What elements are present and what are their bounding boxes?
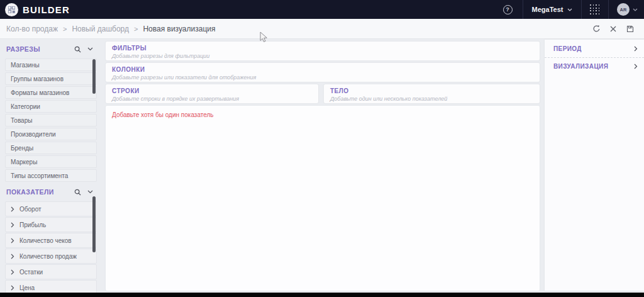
app-header: BUILDER ? MegaTest	[0, 0, 644, 19]
search-icon[interactable]	[74, 189, 81, 196]
body-zone-title: ТЕЛО	[330, 87, 533, 94]
period-settings-row[interactable]: ПЕРИОД	[545, 40, 644, 57]
body-zone-hint: Добавьте один или несколько показателей	[330, 96, 533, 102]
save-icon	[626, 25, 634, 33]
chevron-right-icon	[634, 64, 638, 69]
workspace-name: MegaTest	[532, 6, 564, 13]
dimension-item-store-formats[interactable]: Форматы магазинов	[5, 86, 97, 99]
fields-sidebar: РАЗРЕЗЫ Магазины Группы магазинов Формат…	[0, 39, 101, 293]
dimension-label: Маркеры	[11, 159, 37, 165]
measure-item-sales-count[interactable]: Количество продаж	[5, 249, 97, 264]
close-icon	[610, 26, 616, 32]
chevron-right-icon[interactable]	[11, 206, 14, 212]
breadcrumb-item-current: Новая визуализация	[143, 25, 215, 33]
rows-zone-title: СТРОКИ	[112, 87, 312, 94]
chevron-right-icon[interactable]	[11, 238, 14, 244]
dimensions-section-header: РАЗРЕЗЫ	[0, 45, 101, 53]
dimension-label: Магазины	[11, 62, 40, 69]
builder-app: BUILDER ? MegaTest	[0, 0, 644, 297]
mouse-cursor	[260, 31, 268, 43]
filters-zone-title: ФИЛЬТРЫ	[112, 45, 533, 52]
user-menu[interactable]: AR	[609, 0, 644, 19]
breadcrumb: Кол-во продаж > Новый дашборд > Новая ви…	[6, 25, 215, 33]
measure-label: Остатки	[19, 269, 43, 276]
chevron-right-icon[interactable]	[11, 254, 14, 259]
dimension-label: Категории	[11, 103, 40, 110]
dimension-item-stores[interactable]: Магазины	[5, 59, 97, 71]
dimension-item-manufacturers[interactable]: Производители	[5, 128, 97, 140]
screen-edge-bar	[0, 293, 644, 297]
dimension-label: Группы магазинов	[11, 76, 64, 82]
breadcrumb-separator: >	[134, 25, 138, 33]
measures-list: Оборот Прибыль Количество чеков Количест…	[0, 201, 101, 295]
avatar: AR	[617, 3, 630, 16]
apps-menu-button[interactable]	[582, 0, 609, 19]
save-button[interactable]	[625, 24, 635, 34]
dimension-item-products[interactable]: Товары	[5, 114, 97, 126]
chevron-right-icon[interactable]	[11, 285, 14, 291]
columns-dropzone[interactable]: КОЛОНКИ Добавьте разрезы или показатели …	[106, 63, 540, 82]
rows-dropzone[interactable]: СТРОКИ Добавьте строки в порядке их разв…	[106, 84, 318, 103]
dimensions-section-title: РАЗРЕЗЫ	[6, 45, 40, 53]
settings-panel: ПЕРИОД ВИЗУАЛИЗАЦИЯ	[545, 40, 644, 291]
validation-message: Добавьте хотя бы один показатель	[112, 111, 533, 118]
measures-section-header: ПОКАЗАТЕЛИ	[0, 188, 101, 196]
toolbar-actions	[591, 24, 638, 34]
measure-label: Оборот	[19, 206, 42, 213]
measure-item-turnover[interactable]: Оборот	[5, 201, 97, 216]
breadcrumb-toolbar: Кол-во продаж > Новый дашборд > Новая ви…	[0, 19, 644, 39]
measure-label: Прибыль	[19, 221, 46, 228]
visualization-settings-row[interactable]: ВИЗУАЛИЗАЦИЯ	[545, 57, 644, 75]
dimension-item-markers[interactable]: Маркеры	[5, 155, 97, 168]
filters-zone-hint: Добавьте разрезы для фильтрации	[112, 53, 533, 59]
dimensions-scrollbar[interactable]	[92, 59, 96, 94]
columns-zone-hint: Добавьте разрезы или показатели для отоб…	[112, 74, 533, 81]
dimension-label: Производители	[11, 131, 56, 138]
measures-scrollbar[interactable]	[92, 196, 96, 252]
apps-grid-icon	[590, 4, 601, 15]
chevron-down-icon	[567, 8, 572, 11]
refresh-icon	[592, 25, 601, 33]
search-icon[interactable]	[74, 46, 81, 53]
help-icon: ?	[503, 5, 513, 14]
dimensions-list: Магазины Группы магазинов Форматы магази…	[0, 59, 101, 182]
measure-item-stock[interactable]: Остатки	[5, 264, 97, 279]
workspace-dropdown[interactable]: MegaTest	[523, 0, 581, 19]
measure-label: Количество чеков	[19, 237, 72, 244]
help-button[interactable]: ?	[493, 0, 523, 19]
dimension-label: Форматы магазинов	[11, 89, 69, 96]
dimension-item-store-groups[interactable]: Группы магазинов	[5, 72, 97, 85]
chevron-down-icon	[633, 8, 638, 11]
close-button[interactable]	[608, 24, 618, 34]
breadcrumb-item-report[interactable]: Кол-во продаж	[6, 25, 58, 33]
filters-dropzone[interactable]: ФИЛЬТРЫ Добавьте разрезы для фильтрации	[106, 42, 540, 60]
dimension-item-brands[interactable]: Бренды	[5, 142, 97, 154]
app-logo[interactable]: BUILDER	[0, 3, 70, 16]
measure-label: Количество продаж	[19, 253, 77, 260]
period-label: ПЕРИОД	[553, 45, 582, 52]
breadcrumb-item-dashboard[interactable]: Новый дашборд	[72, 25, 129, 33]
header-right-cluster: ? MegaTest AR	[493, 0, 644, 19]
measures-section-title: ПОКАЗАТЕЛИ	[6, 188, 54, 196]
dimension-label: Бренды	[11, 145, 33, 152]
dimension-item-categories[interactable]: Категории	[5, 100, 97, 113]
collapse-chevron-icon[interactable]	[87, 47, 93, 51]
rows-zone-hint: Добавьте строки в порядке их развертыван…	[112, 96, 312, 102]
chevron-right-icon[interactable]	[11, 222, 14, 228]
dimension-item-assortment-types[interactable]: Типы ассортимента	[5, 169, 97, 182]
collapse-chevron-icon[interactable]	[87, 190, 93, 194]
visualization-label: ВИЗУАЛИЗАЦИЯ	[553, 63, 608, 70]
visualization-canvas: Добавьте хотя бы один показатель	[106, 106, 540, 291]
app-title: BUILDER	[23, 4, 70, 15]
chevron-right-icon	[634, 46, 638, 52]
measure-item-profit[interactable]: Прибыль	[5, 217, 97, 232]
breadcrumb-separator: >	[63, 25, 67, 33]
measure-item-receipt-count[interactable]: Количество чеков	[5, 233, 97, 248]
builder-logo-icon	[5, 3, 18, 16]
chevron-right-icon[interactable]	[11, 269, 14, 275]
refresh-button[interactable]	[591, 24, 601, 34]
dimension-label: Товары	[11, 117, 32, 124]
body-dropzone[interactable]: ТЕЛО Добавьте один или несколько показат…	[324, 84, 540, 103]
measure-label: Цена	[19, 284, 35, 291]
columns-zone-title: КОЛОНКИ	[112, 66, 533, 73]
